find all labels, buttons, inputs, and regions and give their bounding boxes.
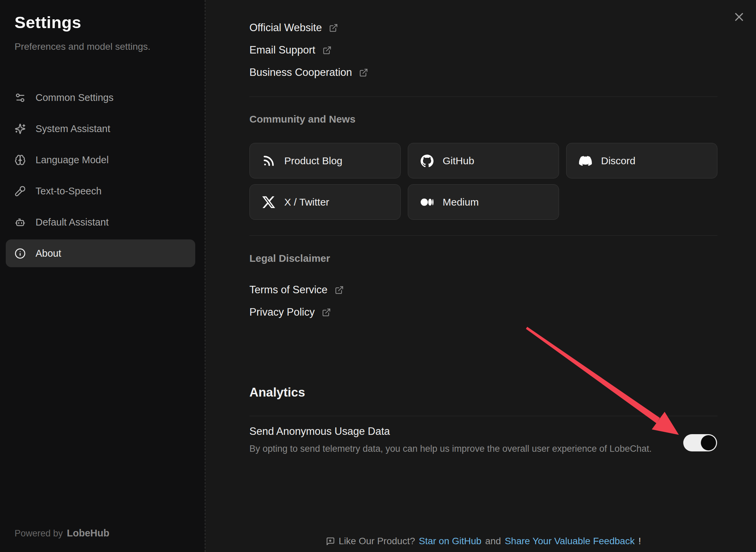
rss-icon (262, 154, 275, 168)
footer-text: ! (638, 536, 641, 547)
settings-modal: Settings Preferences and model settings.… (0, 0, 756, 552)
official-website-link[interactable]: Official Website (249, 20, 338, 35)
usage-data-label: Send Anonymous Usage Data (249, 425, 717, 438)
community-heading: Community and News (249, 113, 355, 125)
usage-data-setting: Send Anonymous Usage Data By opting to s… (249, 425, 717, 454)
usage-data-toggle[interactable] (683, 434, 717, 451)
github-button[interactable]: GitHub (408, 143, 559, 178)
business-cooperation-link[interactable]: Business Cooperation (249, 65, 368, 80)
section-divider (249, 416, 717, 416)
powered-by-text: Powered by (15, 528, 63, 539)
star-on-github-link[interactable]: Star on GitHub (419, 536, 481, 547)
settings-nav: Common Settings System Assistant Languag… (6, 84, 195, 271)
external-link-icon (335, 285, 344, 295)
footer-text: Like Our Product? (339, 536, 415, 547)
sliders-icon (15, 92, 26, 103)
legal-heading: Legal Disclaimer (249, 253, 330, 264)
bot-icon (15, 217, 26, 228)
email-support-link[interactable]: Email Support (249, 43, 332, 58)
page-subtitle: Preferences and model settings. (15, 41, 151, 52)
contact-us-heading: Contact Us (249, 0, 307, 2)
sidebar-item-label: Text-to-Speech (36, 186, 102, 197)
sidebar-item-label: Common Settings (36, 92, 114, 103)
sidebar-item-label: Language Model (36, 154, 109, 166)
mic-icon (15, 186, 26, 197)
sidebar-item-default-assistant[interactable]: Default Assistant (6, 208, 195, 236)
sidebar-item-text-to-speech[interactable]: Text-to-Speech (6, 177, 195, 205)
close-button[interactable] (731, 9, 747, 25)
button-label: Discord (601, 155, 636, 167)
github-icon (420, 154, 434, 168)
sidebar-item-about[interactable]: About (6, 239, 195, 267)
medium-button[interactable]: Medium (408, 184, 559, 220)
link-label: Privacy Policy (249, 306, 315, 318)
terms-of-service-link[interactable]: Terms of Service (249, 282, 344, 297)
button-label: Product Blog (284, 155, 342, 167)
info-icon (15, 248, 26, 259)
section-divider (249, 97, 717, 97)
button-label: GitHub (443, 155, 474, 167)
community-buttons: Product Blog GitHub Discord X / Twitter (249, 143, 717, 220)
sidebar-item-system-assistant[interactable]: System Assistant (6, 115, 195, 143)
powered-by: Powered by LobeHub (15, 528, 109, 539)
settings-sidebar: Settings Preferences and model settings.… (0, 0, 205, 552)
x-twitter-button[interactable]: X / Twitter (249, 184, 401, 220)
link-label: Business Cooperation (249, 66, 352, 79)
brain-icon (15, 154, 26, 166)
link-label: Terms of Service (249, 284, 328, 296)
x-twitter-icon (262, 195, 275, 209)
external-link-icon (359, 68, 368, 77)
product-blog-button[interactable]: Product Blog (249, 143, 401, 178)
privacy-policy-link[interactable]: Privacy Policy (249, 305, 331, 320)
discord-button[interactable]: Discord (566, 143, 717, 178)
toggle-knob (701, 435, 716, 450)
discord-icon (579, 154, 592, 168)
external-link-icon (329, 23, 338, 33)
sidebar-item-language-model[interactable]: Language Model (6, 146, 195, 174)
share-feedback-link[interactable]: Share Your Valuable Feedback (505, 536, 635, 547)
medium-icon (420, 195, 434, 209)
section-divider (249, 235, 717, 236)
sidebar-item-label: Default Assistant (36, 217, 109, 228)
sidebar-item-label: About (36, 248, 61, 259)
message-square-icon (326, 537, 335, 546)
about-page-content: Contact Us Official Website Email Suppor… (249, 0, 717, 552)
external-link-icon (323, 46, 332, 55)
close-icon (734, 12, 744, 22)
external-link-icon (322, 308, 331, 317)
usage-data-description: By opting to send telemetry data, you ca… (249, 444, 717, 454)
link-label: Official Website (249, 22, 322, 34)
sidebar-item-label: System Assistant (36, 123, 110, 134)
sidebar-item-common-settings[interactable]: Common Settings (6, 84, 195, 111)
button-label: Medium (443, 196, 479, 208)
footer-text: and (485, 536, 501, 547)
sparkles-icon (15, 123, 26, 134)
link-label: Email Support (249, 44, 315, 56)
product-footer: Like Our Product? Star on GitHub and Sha… (249, 536, 717, 547)
page-title: Settings (15, 13, 81, 32)
lobehub-brand-link[interactable]: LobeHub (67, 528, 110, 539)
analytics-heading: Analytics (249, 385, 305, 400)
button-label: X / Twitter (284, 196, 329, 208)
